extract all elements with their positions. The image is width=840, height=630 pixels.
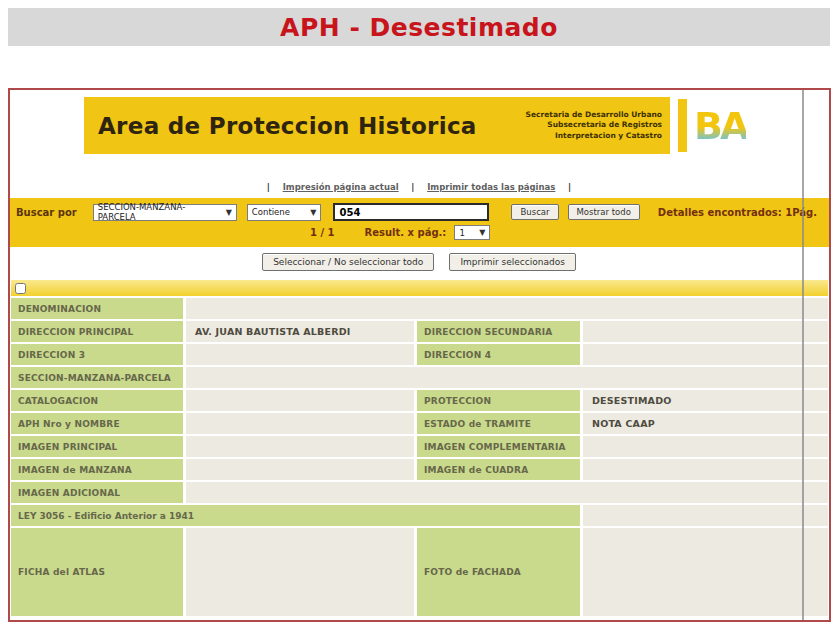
field-value-imagen-complementaria	[583, 436, 828, 457]
table-row: IMAGEN PRINCIPAL IMAGEN COMPLEMENTARIA	[11, 436, 828, 457]
field-label-imagen-adicional: IMAGEN ADICIONAL	[11, 482, 183, 503]
field-value-foto-fachada	[583, 528, 828, 616]
details-found-text: Detalles encontrados: 1	[658, 207, 792, 218]
field-label-direccion-secundaria: DIRECCION SECUNDARIA	[417, 321, 580, 342]
org-subtitle: Secretaria de Desarrollo Urbano Subsecre…	[526, 110, 670, 142]
field-value-estado-tramite: NOTA CAAP	[583, 413, 828, 434]
mostrar-todo-button[interactable]: Mostrar todo	[568, 204, 640, 220]
ba-logo: BA	[694, 100, 746, 152]
org-line-2: Subsecretaria de Registros	[526, 120, 662, 131]
field-label-denominacion: DENOMINACION	[11, 298, 183, 319]
field-value-imagen-cuadra	[583, 459, 828, 480]
field-value-direccion-4	[583, 344, 828, 365]
field-label-imagen-principal: IMAGEN PRINCIPAL	[11, 436, 183, 457]
field-value-imagen-adicional	[186, 482, 828, 503]
field-value-direccion-secundaria	[583, 321, 828, 342]
search-row-2: 1 / 1 Result. x pág.: 1 ▼	[310, 225, 829, 240]
aph-app-window: Area de Proteccion Historica Secretaria …	[8, 88, 831, 622]
results-per-page-select[interactable]: 1 ▼	[454, 225, 490, 240]
field-label-ficha-atlas: FICHA del ATLAS	[11, 528, 183, 616]
search-field-select[interactable]: SECCION-MANZANA-PARCELA ▼	[93, 204, 237, 221]
table-row: IMAGEN ADICIONAL	[11, 482, 828, 503]
proteccion-value-text: DESESTIMADO	[583, 395, 672, 406]
buscar-button[interactable]: Buscar	[511, 204, 558, 220]
field-label-foto-fachada: FOTO de FACHADA	[417, 528, 580, 616]
field-label-imagen-cuadra: IMAGEN de CUADRA	[417, 459, 580, 480]
table-row: SECCION-MANZANA-PARCELA	[11, 367, 828, 388]
field-value-imagen-principal	[186, 436, 414, 457]
field-value-imagen-manzana	[186, 459, 414, 480]
field-value-denominacion	[186, 298, 828, 319]
search-bar: Buscar por SECCION-MANZANA-PARCELA ▼ Con…	[10, 198, 829, 247]
org-line-3: Interpretacion y Catastro	[526, 131, 662, 142]
actions-row: Seleccionar / No seleccionar todo Imprim…	[10, 248, 828, 271]
page-indicator: 1 / 1	[310, 227, 335, 238]
toggle-select-all-button[interactable]: Seleccionar / No seleccionar todo	[262, 253, 434, 271]
org-line-1: Secretaria de Desarrollo Urbano	[526, 110, 662, 121]
page-top-banner: APH - Desestimado	[8, 8, 830, 46]
field-value-ficha-atlas	[186, 528, 414, 616]
field-label-seccion-manzana-parcela: SECCION-MANZANA-PARCELA	[11, 367, 183, 388]
field-label-direccion-principal: DIRECCION PRINCIPAL	[11, 321, 183, 342]
page-abbr-label: Pág.	[792, 207, 817, 218]
page-title: APH - Desestimado	[280, 13, 558, 42]
field-label-imagen-manzana: IMAGEN de MANZANA	[11, 459, 183, 480]
field-value-catalogacion	[186, 390, 414, 411]
search-row-1: Buscar por SECCION-MANZANA-PARCELA ▼ Con…	[10, 198, 829, 221]
results-per-page-selected-value: 1	[459, 228, 464, 238]
link-separator: |	[568, 182, 571, 192]
results-per-page-label: Result. x pág.:	[365, 227, 447, 238]
link-separator: |	[411, 182, 414, 192]
field-label-ley-3056: LEY 3056 - Edificio Anterior a 1941	[11, 505, 580, 526]
field-label-direccion-3: DIRECCION 3	[11, 344, 183, 365]
field-label-estado-tramite: ESTADO de TRAMITE	[417, 413, 580, 434]
field-label-proteccion: PROTECCION	[417, 390, 580, 411]
header-separator-bar	[678, 99, 687, 152]
print-all-pages-link[interactable]: Imprimir todas las páginas	[427, 182, 555, 192]
print-links-row: | Impresión página actual | Imprimir tod…	[10, 182, 828, 192]
field-label-catalogacion: CATALOGACION	[11, 390, 183, 411]
field-value-proteccion: DESESTIMADO	[583, 390, 828, 411]
field-label-imagen-complementaria: IMAGEN COMPLEMENTARIA	[417, 436, 580, 457]
table-row: APH Nro y NOMBRE ESTADO de TRAMITE NOTA …	[11, 413, 828, 434]
table-row: FICHA del ATLAS FOTO de FACHADA	[11, 528, 828, 616]
app-header-bar: Area de Proteccion Historica Secretaria …	[84, 97, 670, 154]
app-title: Area de Proteccion Historica	[84, 113, 477, 139]
table-row: IMAGEN de MANZANA IMAGEN de CUADRA	[11, 459, 828, 480]
search-query-input[interactable]	[333, 203, 489, 221]
estado-tramite-value-text: NOTA CAAP	[583, 418, 655, 429]
field-value-direccion-3	[186, 344, 414, 365]
field-value-ley-3056	[583, 505, 828, 526]
select-record-checkbox[interactable]	[15, 283, 26, 294]
search-field-selected-value: SECCION-MANZANA-PARCELA	[98, 202, 221, 222]
field-label-direccion-4: DIRECCION 4	[417, 344, 580, 365]
print-selected-button[interactable]: Imprimir seleccionados	[449, 253, 575, 271]
table-row: DIRECCION 3 DIRECCION 4	[11, 344, 828, 365]
table-row: DIRECCION PRINCIPAL AV. JUAN BAUTISTA AL…	[11, 321, 828, 342]
direccion-principal-value-text: AV. JUAN BAUTISTA ALBERDI	[186, 326, 350, 337]
search-operator-selected-value: Contiene	[252, 207, 290, 217]
search-operator-select[interactable]: Contiene ▼	[247, 204, 322, 221]
table-row: DENOMINACION	[11, 298, 828, 319]
link-separator: |	[267, 182, 270, 192]
vertical-divider-line	[802, 90, 804, 620]
table-row: LEY 3056 - Edificio Anterior a 1941	[11, 505, 828, 526]
field-value-seccion-manzana-parcela	[186, 367, 828, 388]
field-label-aph-nro-nombre: APH Nro y NOMBRE	[11, 413, 183, 434]
table-row: CATALOGACION PROTECCION DESESTIMADO	[11, 390, 828, 411]
chevron-down-icon: ▼	[479, 228, 485, 237]
record-detail-table: DENOMINACION DIRECCION PRINCIPAL AV. JUA…	[11, 298, 828, 618]
print-current-page-link[interactable]: Impresión página actual	[283, 182, 399, 192]
search-by-label: Buscar por	[16, 207, 77, 218]
chevron-down-icon: ▼	[310, 208, 316, 217]
field-value-aph-nro-nombre	[186, 413, 414, 434]
record-select-row	[11, 280, 828, 296]
chevron-down-icon: ▼	[226, 208, 232, 217]
field-value-direccion-principal: AV. JUAN BAUTISTA ALBERDI	[186, 321, 414, 342]
